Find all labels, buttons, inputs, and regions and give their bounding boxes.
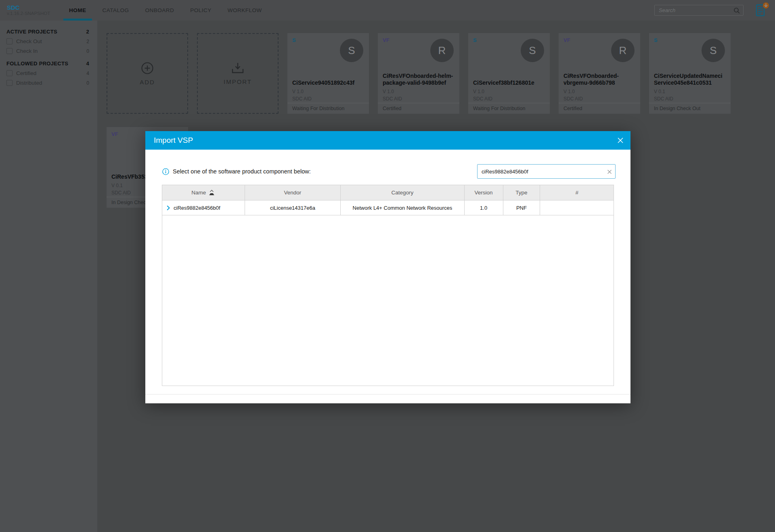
nav-tab-onboard[interactable]: ONBOARD [140,0,180,21]
card-avatar: R [430,39,454,62]
section-title: FOLLOWED PROJECTS [6,61,68,67]
card-owner: SDC AID [468,96,550,102]
nav-tab-home[interactable]: HOME [63,0,92,21]
card-title: CiService94051892c43f [287,72,369,86]
card-status: Waiting For Distribution [468,103,550,114]
section-count: 4 [86,61,89,67]
version-text: v.1.16.2-SNAPSHOT [7,11,59,16]
certified-checkbox[interactable] [6,70,13,76]
catalog-card[interactable]: S S CiServicef38bf126801e V 1.0 SDC AID … [468,33,550,114]
column-header-version[interactable]: Version [465,185,503,200]
chevron-right-icon[interactable] [167,205,170,211]
card-version: V 1.0 [559,89,640,94]
card-type-badge: S [654,37,658,43]
card-avatar: R [611,39,635,62]
card-type-badge: S [292,37,296,43]
column-header-vendor[interactable]: Vendor [245,185,341,200]
notifications-button[interactable] [756,4,766,17]
vsp-filter-input[interactable] [477,164,616,179]
card-avatar: S [340,39,363,62]
header-right [654,4,775,17]
vsp-table: Name Vendor Category Version Type # ciRe… [162,185,614,386]
header-search-box [654,5,744,16]
filter-label: Check Out [16,38,86,44]
card-title: CiServicef38bf126801e [468,72,550,86]
card-type-badge: S [473,37,477,43]
sdc-logo[interactable]: SDC v.1.16.2-SNAPSHOT [7,4,59,16]
check-in-checkbox[interactable] [6,48,13,54]
catalog-card[interactable]: S S CiServiceUpdatedNameciService045e841… [649,33,731,114]
info-icon [162,168,169,175]
section-count: 2 [86,29,89,35]
vsp-table-header: Name Vendor Category Version Type # [162,185,614,200]
filter-distributed[interactable]: Distributed 0 [6,80,91,86]
sort-ascending-icon [208,190,215,196]
vsp-vendor-cell: ciLicense14317e6a [245,200,341,215]
vsp-table-row[interactable]: ciRes9882e8456b0f ciLicense14317e6a Netw… [162,200,614,215]
filter-count: 0 [86,80,89,86]
card-type-badge: VF [111,131,118,137]
import-label: IMPORT [224,78,252,85]
section-title: ACTIVE PROJECTS [6,29,57,35]
header-search-input[interactable] [655,5,743,15]
nav-tab-workflow[interactable]: WORKFLOW [222,0,268,21]
vsp-name: ciRes9882e8456b0f [174,205,220,211]
left-sidebar: ACTIVE PROJECTS 2 Check Out 2 Check In 0… [0,21,97,532]
card-owner: SDC AID [649,96,731,102]
filter-label: Distributed [16,80,86,86]
card-version: V 1.0 [378,89,459,94]
card-title: CiServiceUpdatedNameciService045e841c053… [649,72,731,86]
card-avatar: S [521,39,544,62]
modal-instruction: Select one of the software product compo… [173,168,311,175]
logo-text: SDC [7,4,59,11]
sdc-app: SDC v.1.16.2-SNAPSHOT HOME CATALOG ONBOA… [0,0,775,532]
column-label: Name [191,190,206,196]
modal-title: Import VSP [154,136,193,145]
modal-header: Import VSP [145,131,630,150]
vsp-version-cell: 1.0 [465,200,503,215]
filter-label: Certified [16,70,86,76]
catalog-card[interactable]: VF R CiResVFOnboarded-vbrgemu-9d66b798 V… [559,33,640,114]
nav-tab-catalog[interactable]: CATALOG [97,0,135,21]
import-vsp-modal: Import VSP Select one of the software pr… [145,131,630,403]
filter-check-in[interactable]: Check In 0 [6,48,91,54]
column-header-name[interactable]: Name [162,185,245,200]
import-tile-button[interactable]: IMPORT [197,33,279,114]
card-version: V 0.1 [649,89,731,94]
distributed-checkbox[interactable] [6,80,13,86]
vsp-category-cell: Network L4+ Common Network Resources [341,200,464,215]
column-header-hash[interactable]: # [540,185,614,200]
catalog-card[interactable]: VF R CiResVFOnboarded-helm-package-valid… [378,33,459,114]
vsp-hash-cell [540,200,614,215]
card-type-badge: VF [383,37,390,43]
filter-count: 2 [86,39,89,44]
filter-check-out[interactable]: Check Out 2 [6,38,91,44]
top-header: SDC v.1.16.2-SNAPSHOT HOME CATALOG ONBOA… [0,0,775,21]
check-out-checkbox[interactable] [6,38,13,44]
close-icon[interactable] [618,138,623,143]
nav-tab-policy[interactable]: POLICY [184,0,217,21]
card-owner: SDC AID [287,96,369,102]
vsp-name-cell: ciRes9882e8456b0f [162,200,245,215]
filter-certified[interactable]: Certified 4 [6,70,91,76]
card-status: Waiting For Distribution [287,103,369,114]
catalog-card[interactable]: S S CiService94051892c43f V 1.0 SDC AID … [287,33,369,114]
card-title: CiResVFOnboarded-helm-package-valid-9498… [378,72,459,86]
card-owner: SDC AID [378,96,459,102]
card-avatar: S [702,39,725,62]
add-label: ADD [140,79,155,86]
section-followed-projects: FOLLOWED PROJECTS 4 [6,61,91,67]
clear-filter-icon[interactable] [607,169,612,176]
add-tile-button[interactable]: ADD [107,33,188,114]
card-owner: SDC AID [559,96,640,102]
column-header-type[interactable]: Type [503,185,540,200]
import-tray-icon [230,62,245,74]
card-status: Certified [559,103,640,114]
section-active-projects: ACTIVE PROJECTS 2 [6,29,91,35]
download-badge-icon [763,2,769,8]
search-icon[interactable] [733,7,740,16]
filter-count: 4 [86,71,89,76]
card-type-badge: VF [563,37,570,43]
filter-count: 0 [86,48,89,54]
column-header-category[interactable]: Category [341,185,464,200]
